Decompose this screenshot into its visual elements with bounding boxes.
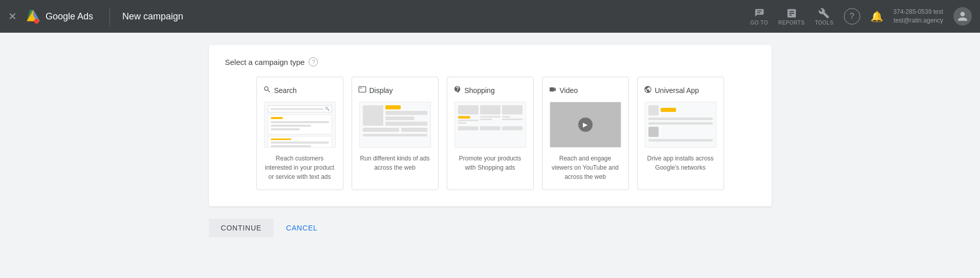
tools-label: TOOLS bbox=[815, 20, 833, 26]
video-play-icon: ▶ bbox=[578, 118, 593, 132]
campaign-type-shopping[interactable]: Shopping bbox=[447, 77, 534, 190]
shopping-type-desc: Promote your products with Shopping ads bbox=[453, 154, 527, 172]
display-type-desc: Run different kinds of ads across the we… bbox=[358, 154, 432, 172]
shopping-type-label: Shopping bbox=[465, 86, 495, 95]
universal-app-preview bbox=[645, 102, 716, 148]
goto-icon bbox=[754, 8, 765, 19]
display-preview bbox=[359, 102, 431, 148]
notifications-icon[interactable]: 🔔 bbox=[870, 10, 883, 22]
campaign-type-universal-app[interactable]: Universal App bbox=[637, 77, 724, 190]
user-info: 374-285-0539 test test@ratin.agency bbox=[894, 8, 943, 25]
shopping-preview bbox=[454, 102, 526, 148]
reports-label: REPORTS bbox=[778, 20, 805, 26]
svg-rect-4 bbox=[360, 88, 362, 88]
universal-app-type-label: Universal App bbox=[655, 86, 699, 95]
universal-app-type-desc: Drive app installs across Google's netwo… bbox=[644, 154, 717, 172]
search-type-label: Search bbox=[274, 86, 297, 95]
search-type-desc: Reach customers interested in your produ… bbox=[263, 154, 337, 181]
reports-icon bbox=[786, 8, 797, 19]
app-name: Google Ads bbox=[46, 11, 93, 22]
main-content: Select a campaign type ? Search 🔍 bbox=[0, 33, 980, 249]
tools-button[interactable]: TOOLS bbox=[815, 8, 833, 26]
help-button[interactable]: ? bbox=[844, 8, 860, 25]
universal-app-type-header: Universal App bbox=[644, 85, 699, 96]
avatar-icon bbox=[957, 11, 968, 22]
campaign-type-search[interactable]: Search 🔍 bbox=[256, 77, 343, 190]
top-navigation: ✕ Google Ads New campaign GO TO REPORTS … bbox=[0, 0, 980, 33]
video-type-desc: Reach and engage viewers on YouTube and … bbox=[549, 154, 622, 181]
app-logo: Google Ads bbox=[25, 8, 97, 25]
search-type-icon bbox=[263, 85, 271, 96]
close-icon[interactable]: ✕ bbox=[8, 10, 17, 22]
section-title-text: Select a campaign type bbox=[225, 58, 305, 66]
reports-button[interactable]: REPORTS bbox=[778, 8, 805, 26]
page-title: New campaign bbox=[122, 11, 183, 22]
section-title-row: Select a campaign type ? bbox=[225, 57, 755, 66]
video-preview: ▶ bbox=[550, 102, 621, 148]
continue-button[interactable]: CONTINUE bbox=[209, 219, 274, 237]
campaign-types-list: Search 🔍 bbox=[225, 77, 755, 190]
shopping-type-icon bbox=[453, 85, 462, 96]
user-email: test@ratin.agency bbox=[894, 16, 943, 25]
user-phone: 374-285-0539 test bbox=[894, 8, 943, 16]
campaign-type-display[interactable]: Display bbox=[352, 77, 439, 190]
goto-label: GO TO bbox=[750, 20, 768, 26]
nav-actions: GO TO REPORTS TOOLS ? 🔔 374-285-0539 tes… bbox=[750, 7, 972, 26]
footer-actions: CONTINUE CANCEL bbox=[209, 219, 772, 237]
search-type-header: Search bbox=[263, 85, 297, 96]
display-type-header: Display bbox=[358, 85, 393, 96]
video-type-header: Video bbox=[549, 85, 578, 96]
search-preview: 🔍 bbox=[264, 102, 336, 148]
cancel-button[interactable]: CANCEL bbox=[282, 219, 322, 237]
shopping-type-header: Shopping bbox=[453, 85, 495, 96]
display-type-label: Display bbox=[369, 86, 393, 95]
campaign-type-video[interactable]: Video ▶ Reach and engage viewers on YouT… bbox=[542, 77, 629, 190]
google-ads-logo-icon bbox=[25, 8, 41, 25]
tools-icon bbox=[818, 8, 830, 19]
svg-point-3 bbox=[34, 19, 39, 24]
video-type-icon bbox=[549, 85, 557, 96]
section-help-icon[interactable]: ? bbox=[309, 57, 318, 66]
universal-app-type-icon bbox=[644, 85, 652, 96]
video-type-label: Video bbox=[560, 86, 578, 95]
user-avatar[interactable] bbox=[953, 7, 972, 26]
display-type-icon bbox=[358, 85, 366, 96]
campaign-type-card-container: Select a campaign type ? Search 🔍 bbox=[209, 45, 772, 206]
goto-button[interactable]: GO TO bbox=[750, 8, 768, 26]
nav-divider bbox=[110, 7, 110, 26]
